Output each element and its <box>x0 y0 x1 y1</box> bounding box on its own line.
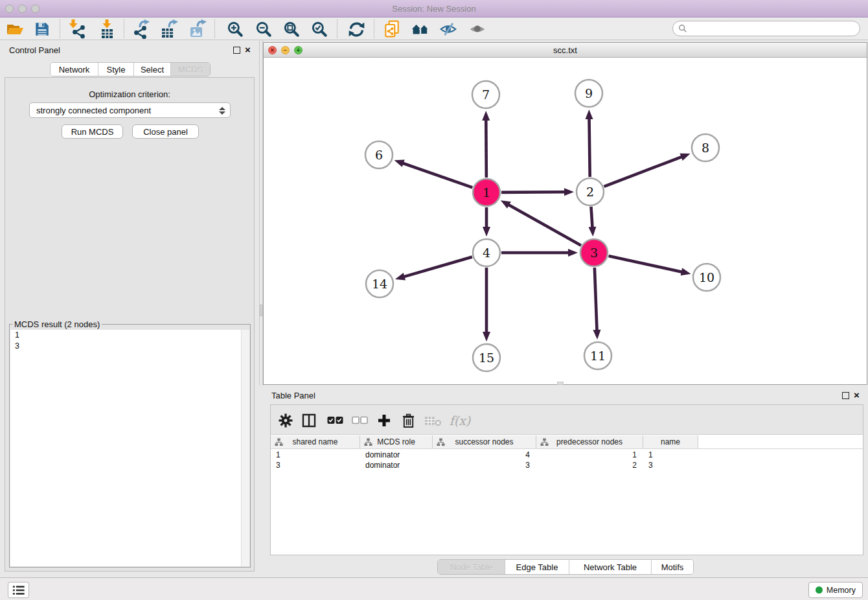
search-input[interactable] <box>687 24 860 33</box>
task-history-button[interactable] <box>8 582 29 598</box>
refresh-layout-icon[interactable] <box>346 19 367 40</box>
tab-select[interactable]: Select <box>134 63 171 76</box>
cell-MCDS-role[interactable]: dominator <box>360 450 433 460</box>
zoom-fit-icon[interactable] <box>281 19 302 40</box>
status-bar: Memory <box>0 577 868 600</box>
graph-edge-2-3[interactable] <box>591 207 592 228</box>
column-header-predecessor-nodes[interactable]: predecessor nodes <box>536 435 643 448</box>
graph-edge-4-14[interactable] <box>403 257 472 277</box>
graph-edge-arrowhead <box>482 111 490 121</box>
network-graph: 7968124314101511 <box>264 58 867 384</box>
graph-node-label: 6 <box>375 148 383 162</box>
export-network-icon[interactable] <box>131 19 152 40</box>
first-neighbors-icon[interactable] <box>410 19 431 40</box>
mcds-result-area[interactable]: 1 3 <box>10 330 249 566</box>
graph-node-label: 14 <box>372 277 387 291</box>
cell-successor-nodes[interactable]: 3 <box>433 460 536 470</box>
run-mcds-button[interactable]: Run MCDS <box>62 124 123 139</box>
memory-button[interactable]: Memory <box>808 582 863 598</box>
splitter-grip[interactable] <box>260 305 262 316</box>
graph-edge-arrowhead <box>394 160 405 167</box>
graph-edge-2-8[interactable] <box>604 157 682 187</box>
graph-edge-3-10[interactable] <box>608 256 682 272</box>
close-panel-icon[interactable]: × <box>245 44 251 56</box>
column-header-successor-nodes[interactable]: successor nodes <box>433 435 536 448</box>
import-table-icon[interactable] <box>97 19 117 40</box>
zoom-in-icon[interactable] <box>225 19 246 40</box>
hide-selected-icon[interactable] <box>438 19 459 40</box>
cell-name[interactable]: 1 <box>643 450 698 460</box>
close-panel-button[interactable]: Close panel <box>132 124 199 139</box>
graph-edge-arrowhead <box>680 154 690 161</box>
tab-network[interactable]: Network <box>51 63 98 76</box>
table-panel: Table Panel × <box>262 386 868 577</box>
tab-network-table[interactable]: Network Table <box>569 560 652 574</box>
cell-successor-nodes[interactable]: 4 <box>433 450 536 460</box>
memory-label: Memory <box>827 586 856 595</box>
graph-edge-3-11[interactable] <box>595 268 597 331</box>
show-all-icon[interactable] <box>467 19 488 40</box>
table-row[interactable]: 1dominator411 <box>271 450 863 460</box>
fx-label: f(x) <box>450 413 471 428</box>
tab-motifs[interactable]: Motifs <box>652 560 693 574</box>
graph-node-label: 2 <box>586 185 594 199</box>
zoom-out-icon[interactable] <box>253 19 274 40</box>
graph-node-label: 3 <box>590 246 598 260</box>
tab-edge-table[interactable]: Edge Table <box>505 560 569 574</box>
graph-edge-3-1[interactable] <box>508 205 581 246</box>
float-panel-icon[interactable] <box>842 392 849 399</box>
tab-mcds[interactable]: MCDS <box>171 63 210 76</box>
import-table-glyph <box>97 19 117 40</box>
graph-node-label: 1 <box>483 185 490 200</box>
cell-predecessor-nodes[interactable]: 2 <box>536 460 643 470</box>
column-header-MCDS-role[interactable]: MCDS role <box>360 435 433 448</box>
search-field[interactable] <box>672 21 860 36</box>
settings-gear-icon[interactable] <box>276 411 295 430</box>
toolbar-separator <box>214 19 215 38</box>
horizontal-splitter-grip[interactable] <box>557 382 564 385</box>
add-column-icon[interactable] <box>374 411 394 430</box>
cell-predecessor-nodes[interactable]: 1 <box>536 450 643 460</box>
export-image-icon[interactable] <box>188 19 209 40</box>
save-session-icon[interactable] <box>32 19 52 40</box>
import-network-icon[interactable] <box>67 19 87 40</box>
column-layout-icon[interactable] <box>299 411 319 430</box>
zoom-selected-icon[interactable] <box>309 19 330 40</box>
delete-column-icon[interactable] <box>398 411 418 430</box>
float-panel-icon[interactable] <box>233 47 240 54</box>
column-header-name[interactable]: name <box>643 435 698 448</box>
table-row[interactable]: 3dominator323 <box>271 460 863 470</box>
houses-glyph <box>411 21 430 37</box>
graph-edge-1-6[interactable] <box>402 163 472 188</box>
graph-edge-1-7[interactable] <box>486 119 486 178</box>
export-table-icon[interactable] <box>159 19 180 40</box>
column-type-tree-icon <box>437 438 445 446</box>
criterion-select[interactable]: strongly connected component <box>29 102 231 118</box>
function-builder-icon: f(x) <box>447 411 473 430</box>
cell-MCDS-role[interactable]: dominator <box>360 460 433 470</box>
open-session-icon[interactable] <box>5 19 25 40</box>
deselect-all-rows-icon[interactable] <box>348 411 371 430</box>
tab-node-table[interactable]: Node Table <box>438 560 505 574</box>
graph-edge-2-9[interactable] <box>589 118 590 177</box>
select-all-rows-icon[interactable] <box>324 411 346 430</box>
table-container: f(x) shared nameMCDS rolesuccessor nodes… <box>270 404 863 555</box>
table-panel-title: Table Panel <box>271 391 315 400</box>
cell-shared-name[interactable]: 1 <box>271 450 360 460</box>
tab-style[interactable]: Style <box>98 63 134 76</box>
cell-name[interactable]: 3 <box>643 460 698 470</box>
toolbar-separator <box>337 19 337 38</box>
graph-edge-arrowhead <box>588 227 596 237</box>
zoom-selected-glyph <box>311 21 328 38</box>
close-panel-icon[interactable]: × <box>854 389 860 401</box>
cell-shared-name[interactable]: 3 <box>271 460 360 470</box>
result-scrollbar[interactable] <box>241 330 249 566</box>
mcds-result-group: MCDS result (2 nodes) 1 3 <box>9 319 251 568</box>
network-canvas[interactable]: 7968124314101511 <box>264 58 867 384</box>
clone-network-icon[interactable] <box>382 19 402 40</box>
column-type-tree-icon <box>364 438 372 446</box>
graph-edge-1-2[interactable] <box>501 192 565 192</box>
graph-edge-arrowhead <box>483 227 490 237</box>
trash-glyph <box>402 413 415 428</box>
column-header-shared-name[interactable]: shared name <box>271 435 360 448</box>
